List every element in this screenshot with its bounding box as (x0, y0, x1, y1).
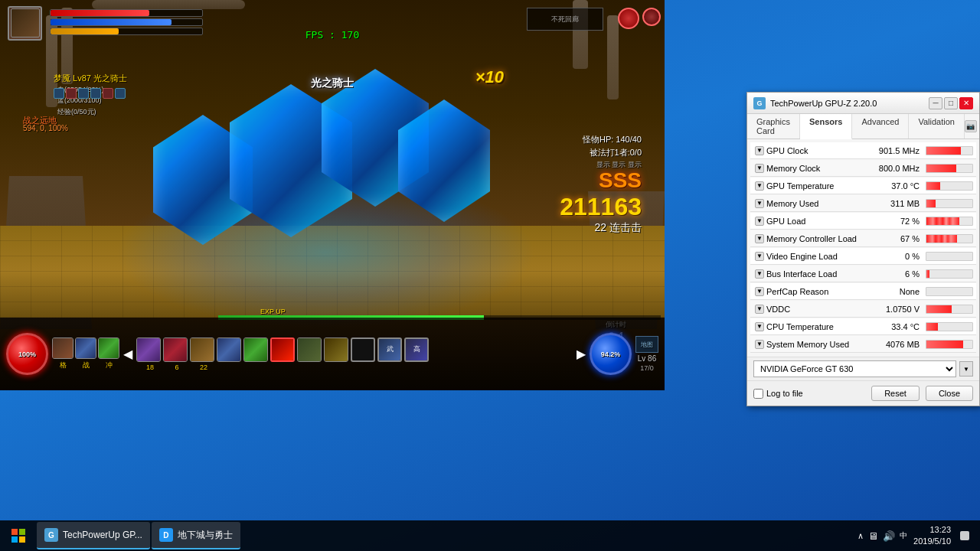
sensor-name-cpu-temp: ▼ CPU Temperature (750, 322, 869, 331)
skill-main-2[interactable] (163, 337, 188, 362)
sensor-bar-fill-vddc (926, 305, 952, 313)
sensor-name-gpu-load: ▼ GPU Load (750, 217, 869, 226)
svg-rect-1 (19, 529, 25, 535)
windows-logo-icon (11, 528, 26, 543)
close-button[interactable]: ✕ (959, 97, 973, 109)
sensor-value-mem-used: 311 MB (869, 199, 923, 208)
buff-icon-1 (54, 88, 64, 99)
skill-main-1[interactable] (136, 337, 161, 362)
skill-main-6[interactable] (270, 337, 295, 362)
minimize-button[interactable]: ─ (929, 97, 942, 109)
sensor-row-mc-load: ▼ Memory Controller Load 67 % (750, 230, 976, 247)
start-button[interactable] (0, 520, 37, 551)
arrow-right: ▶ (577, 347, 586, 361)
sensor-name-vddc: ▼ VDDC (750, 305, 869, 314)
skill-slot-1[interactable] (52, 337, 74, 359)
sensor-name-bi-load: ▼ Bus Interface Load (750, 269, 869, 279)
sensor-dropdown-perfcap[interactable]: ▼ (755, 287, 764, 296)
score-rank: SSS (560, 168, 642, 193)
sensor-dropdown-mem-used[interactable]: ▼ (755, 199, 764, 208)
sensor-dropdown-sys-mem[interactable]: ▼ (755, 340, 764, 349)
skill-3-label: 冲 (106, 360, 113, 370)
sensor-value-sys-mem: 4076 MB (869, 340, 923, 349)
desktop: 梦魇 Lv87 光之骑士 血(65954/82%) 蓝(2000/3100) 经… (0, 0, 980, 551)
sensor-dropdown-bi-load[interactable]: ▼ (755, 269, 764, 279)
reset-button[interactable]: Reset (871, 386, 920, 401)
svg-rect-0 (11, 529, 18, 535)
tab-advanced[interactable]: Advanced (852, 114, 909, 139)
tab-graphics-card[interactable]: Graphics Card (747, 114, 800, 139)
tray-up-arrow[interactable]: ∧ (858, 531, 864, 541)
skill-main-4[interactable] (217, 337, 241, 362)
tab-sensors[interactable]: Sensors (800, 114, 852, 139)
gpuz-icon-camera[interactable]: 📷 (965, 120, 977, 132)
skill-slot-2[interactable] (75, 337, 96, 359)
sensor-row-sys-mem: ▼ System Memory Used 4076 MB (750, 336, 976, 353)
sensor-value-perfcap: None (869, 287, 923, 296)
sensor-dropdown-mc-load[interactable]: ▼ (755, 234, 764, 243)
sensor-value-mem-clock: 800.0 MHz (869, 164, 923, 173)
skill-main-11[interactable]: 高 (404, 337, 429, 362)
log-checkbox-input[interactable] (753, 389, 763, 399)
sensor-value-mc-load: 67 % (869, 234, 923, 243)
sensor-dropdown-cpu-temp[interactable]: ▼ (755, 322, 764, 331)
sensor-dropdown-gpu-load[interactable]: ▼ (755, 217, 764, 226)
taskbar-item-game[interactable]: D 地下城与勇士 (152, 522, 240, 549)
sensor-bar-cpu-temp (926, 322, 973, 331)
sensor-name-perfcap: ▼ PerfCap Reason (750, 287, 869, 296)
sensor-value-gpu-temp: 37.0 °C (869, 181, 923, 191)
sensor-bar-gpu-clock (926, 146, 973, 155)
gpu-select-arrow[interactable]: ▼ (959, 361, 973, 377)
sensor-bar-mem-used (926, 199, 973, 208)
skill-main-10[interactable]: 武 (377, 337, 402, 362)
taskbar-item-gpuz[interactable]: G TechPowerUp GP... (37, 522, 150, 549)
skill-main-3[interactable] (190, 337, 214, 362)
player-portrait (8, 6, 42, 41)
taskbar: G TechPowerUp GP... D 地下城与勇士 ∧ 🖥 🔊 中 13:… (0, 520, 980, 551)
map-slot: 地图 (635, 336, 658, 353)
skill-main-7[interactable] (297, 337, 322, 362)
tray-clock[interactable]: 13:23 2019/5/10 (913, 524, 951, 548)
taskbar-items: G TechPowerUp GP... D 地下城与勇士 (37, 522, 850, 549)
score-value: 211163 (560, 193, 642, 221)
tray-icons: ∧ 🖥 🔊 中 (858, 530, 907, 542)
taskbar-tray: ∧ 🖥 🔊 中 13:23 2019/5/10 (850, 524, 980, 548)
sensor-bar-vddc (926, 305, 973, 314)
skill-main-9[interactable] (351, 337, 375, 362)
sensor-bar-ve-load (926, 252, 973, 261)
sensor-name-mc-load: ▼ Memory Controller Load (750, 234, 869, 243)
sensor-dropdown-ve-load[interactable]: ▼ (755, 252, 764, 261)
mana-orb-text: 94.2% (601, 350, 621, 358)
skill-main-5[interactable] (243, 337, 268, 362)
sensor-name-gpu-temp: ▼ GPU Temperature (750, 181, 869, 191)
game-window[interactable]: 梦魇 Lv87 光之骑士 血(65954/82%) 蓝(2000/3100) 经… (0, 0, 665, 390)
svg-rect-3 (19, 536, 25, 543)
sensor-row-perfcap: ▼ PerfCap Reason None (750, 283, 976, 300)
gpu-select[interactable]: NVIDIA GeForce GT 630 (753, 360, 956, 377)
tab-validation[interactable]: Validation (909, 114, 965, 139)
sensor-row-mem-used: ▼ Memory Used 311 MB (750, 195, 976, 212)
log-to-file-checkbox[interactable]: Log to file (753, 389, 803, 399)
close-gpuz-button[interactable]: Close (926, 386, 973, 401)
map-area: 不死回廊 (527, 8, 603, 31)
gpuz-tab-icons: 📷 ↺ ⚙ (965, 114, 980, 139)
arrow-left: ◀ (123, 347, 132, 361)
sensor-dropdown-vddc[interactable]: ▼ (755, 305, 764, 314)
tr-icon-1 (618, 8, 639, 29)
skill-slot-3[interactable] (98, 337, 119, 359)
gpuz-taskbar-icon: G (44, 528, 58, 542)
fps-counter: FPS : 170 (305, 29, 359, 41)
notification-icon[interactable] (957, 528, 972, 543)
sensor-dropdown-mem-clock[interactable]: ▼ (755, 164, 764, 173)
gpuz-content: ▼ GPU Clock 901.5 MHz ▼ Memory Clock 800… (747, 139, 979, 357)
sensor-dropdown-gpu-temp[interactable]: ▼ (755, 181, 764, 191)
tr-icon-2 (642, 8, 661, 26)
sensor-name-ve-load: ▼ Video Engine Load (750, 252, 869, 261)
maximize-button[interactable]: □ (944, 97, 958, 109)
sensor-row-gpu-clock: ▼ GPU Clock 901.5 MHz (750, 142, 976, 159)
sensor-row-gpu-temp: ▼ GPU Temperature 37.0 °C (750, 178, 976, 194)
skill-num-3: 22 (191, 364, 216, 371)
skill-main-8[interactable] (324, 337, 348, 362)
notification-bell-icon (959, 530, 971, 542)
sensor-dropdown-gpu-clock[interactable]: ▼ (755, 146, 764, 155)
